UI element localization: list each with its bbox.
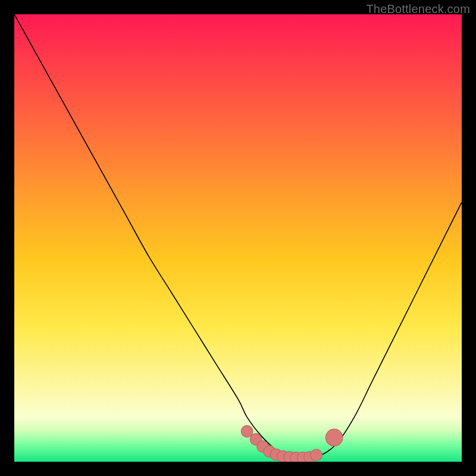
curve-marker: [311, 449, 322, 461]
chart-svg: [14, 14, 462, 462]
bottleneck-curve: [14, 14, 462, 459]
curve-markers: [241, 425, 343, 462]
chart-stage: TheBottleneck.com: [0, 0, 476, 476]
watermark-text: TheBottleneck.com: [366, 2, 470, 16]
plot-area: [14, 14, 462, 462]
curve-marker: [325, 429, 343, 446]
curve-marker: [241, 425, 253, 437]
